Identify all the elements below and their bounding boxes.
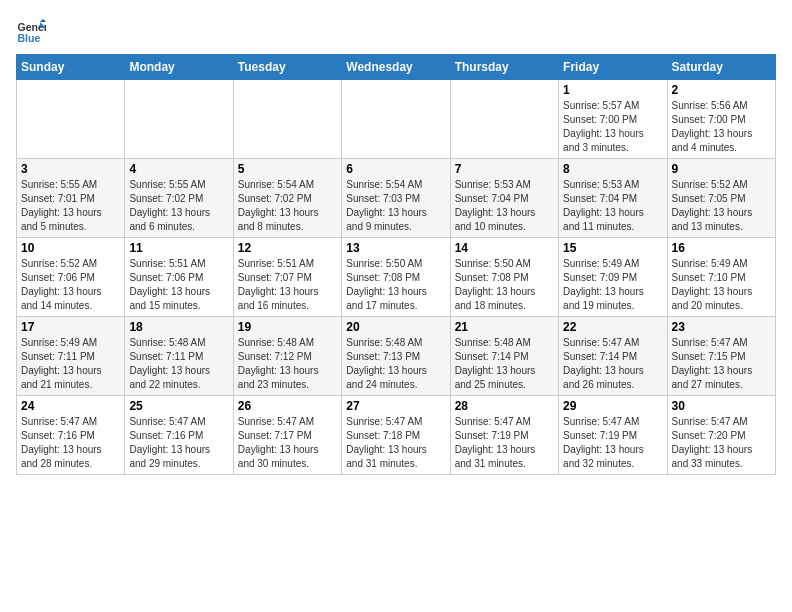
day-info: Sunrise: 5:47 AM Sunset: 7:16 PM Dayligh… xyxy=(21,415,120,471)
day-number: 28 xyxy=(455,399,554,413)
day-info: Sunrise: 5:55 AM Sunset: 7:01 PM Dayligh… xyxy=(21,178,120,234)
day-number: 24 xyxy=(21,399,120,413)
calendar-cell: 19Sunrise: 5:48 AM Sunset: 7:12 PM Dayli… xyxy=(233,317,341,396)
calendar-cell: 11Sunrise: 5:51 AM Sunset: 7:06 PM Dayli… xyxy=(125,238,233,317)
day-info: Sunrise: 5:47 AM Sunset: 7:16 PM Dayligh… xyxy=(129,415,228,471)
day-number: 15 xyxy=(563,241,662,255)
day-number: 10 xyxy=(21,241,120,255)
day-info: Sunrise: 5:50 AM Sunset: 7:08 PM Dayligh… xyxy=(346,257,445,313)
day-number: 3 xyxy=(21,162,120,176)
calendar-week-row: 1Sunrise: 5:57 AM Sunset: 7:00 PM Daylig… xyxy=(17,80,776,159)
day-info: Sunrise: 5:48 AM Sunset: 7:12 PM Dayligh… xyxy=(238,336,337,392)
day-info: Sunrise: 5:57 AM Sunset: 7:00 PM Dayligh… xyxy=(563,99,662,155)
calendar-cell: 26Sunrise: 5:47 AM Sunset: 7:17 PM Dayli… xyxy=(233,396,341,475)
calendar-cell xyxy=(342,80,450,159)
day-info: Sunrise: 5:47 AM Sunset: 7:19 PM Dayligh… xyxy=(455,415,554,471)
calendar-cell: 29Sunrise: 5:47 AM Sunset: 7:19 PM Dayli… xyxy=(559,396,667,475)
calendar-cell: 17Sunrise: 5:49 AM Sunset: 7:11 PM Dayli… xyxy=(17,317,125,396)
day-info: Sunrise: 5:48 AM Sunset: 7:13 PM Dayligh… xyxy=(346,336,445,392)
calendar-cell: 3Sunrise: 5:55 AM Sunset: 7:01 PM Daylig… xyxy=(17,159,125,238)
calendar-cell: 1Sunrise: 5:57 AM Sunset: 7:00 PM Daylig… xyxy=(559,80,667,159)
calendar-cell: 30Sunrise: 5:47 AM Sunset: 7:20 PM Dayli… xyxy=(667,396,775,475)
day-info: Sunrise: 5:54 AM Sunset: 7:02 PM Dayligh… xyxy=(238,178,337,234)
day-info: Sunrise: 5:47 AM Sunset: 7:15 PM Dayligh… xyxy=(672,336,771,392)
day-number: 27 xyxy=(346,399,445,413)
day-number: 14 xyxy=(455,241,554,255)
calendar-week-row: 10Sunrise: 5:52 AM Sunset: 7:06 PM Dayli… xyxy=(17,238,776,317)
svg-text:Blue: Blue xyxy=(18,32,41,44)
calendar-cell: 14Sunrise: 5:50 AM Sunset: 7:08 PM Dayli… xyxy=(450,238,558,317)
day-number: 23 xyxy=(672,320,771,334)
weekday-header: Tuesday xyxy=(233,55,341,80)
day-number: 8 xyxy=(563,162,662,176)
calendar-cell: 28Sunrise: 5:47 AM Sunset: 7:19 PM Dayli… xyxy=(450,396,558,475)
day-number: 13 xyxy=(346,241,445,255)
day-info: Sunrise: 5:52 AM Sunset: 7:05 PM Dayligh… xyxy=(672,178,771,234)
weekday-header: Wednesday xyxy=(342,55,450,80)
day-number: 18 xyxy=(129,320,228,334)
page-header: General Blue xyxy=(16,16,776,46)
day-number: 30 xyxy=(672,399,771,413)
calendar-cell: 20Sunrise: 5:48 AM Sunset: 7:13 PM Dayli… xyxy=(342,317,450,396)
day-number: 9 xyxy=(672,162,771,176)
calendar-cell xyxy=(125,80,233,159)
calendar-cell: 4Sunrise: 5:55 AM Sunset: 7:02 PM Daylig… xyxy=(125,159,233,238)
day-number: 22 xyxy=(563,320,662,334)
day-number: 5 xyxy=(238,162,337,176)
calendar-table: SundayMondayTuesdayWednesdayThursdayFrid… xyxy=(16,54,776,475)
day-info: Sunrise: 5:48 AM Sunset: 7:14 PM Dayligh… xyxy=(455,336,554,392)
calendar-cell: 18Sunrise: 5:48 AM Sunset: 7:11 PM Dayli… xyxy=(125,317,233,396)
day-number: 12 xyxy=(238,241,337,255)
calendar-cell: 21Sunrise: 5:48 AM Sunset: 7:14 PM Dayli… xyxy=(450,317,558,396)
day-info: Sunrise: 5:53 AM Sunset: 7:04 PM Dayligh… xyxy=(563,178,662,234)
calendar-cell: 27Sunrise: 5:47 AM Sunset: 7:18 PM Dayli… xyxy=(342,396,450,475)
day-info: Sunrise: 5:49 AM Sunset: 7:09 PM Dayligh… xyxy=(563,257,662,313)
weekday-header: Thursday xyxy=(450,55,558,80)
calendar-cell: 23Sunrise: 5:47 AM Sunset: 7:15 PM Dayli… xyxy=(667,317,775,396)
calendar-cell: 15Sunrise: 5:49 AM Sunset: 7:09 PM Dayli… xyxy=(559,238,667,317)
day-number: 29 xyxy=(563,399,662,413)
logo-icon: General Blue xyxy=(16,16,46,46)
day-info: Sunrise: 5:53 AM Sunset: 7:04 PM Dayligh… xyxy=(455,178,554,234)
calendar-cell xyxy=(17,80,125,159)
calendar-cell: 7Sunrise: 5:53 AM Sunset: 7:04 PM Daylig… xyxy=(450,159,558,238)
weekday-header: Monday xyxy=(125,55,233,80)
day-number: 16 xyxy=(672,241,771,255)
day-number: 7 xyxy=(455,162,554,176)
logo: General Blue xyxy=(16,16,50,46)
day-info: Sunrise: 5:49 AM Sunset: 7:10 PM Dayligh… xyxy=(672,257,771,313)
calendar-cell: 10Sunrise: 5:52 AM Sunset: 7:06 PM Dayli… xyxy=(17,238,125,317)
day-number: 17 xyxy=(21,320,120,334)
calendar-cell: 24Sunrise: 5:47 AM Sunset: 7:16 PM Dayli… xyxy=(17,396,125,475)
day-number: 25 xyxy=(129,399,228,413)
day-info: Sunrise: 5:47 AM Sunset: 7:17 PM Dayligh… xyxy=(238,415,337,471)
calendar-cell: 16Sunrise: 5:49 AM Sunset: 7:10 PM Dayli… xyxy=(667,238,775,317)
day-number: 26 xyxy=(238,399,337,413)
day-info: Sunrise: 5:47 AM Sunset: 7:19 PM Dayligh… xyxy=(563,415,662,471)
weekday-header: Sunday xyxy=(17,55,125,80)
day-info: Sunrise: 5:47 AM Sunset: 7:18 PM Dayligh… xyxy=(346,415,445,471)
day-info: Sunrise: 5:52 AM Sunset: 7:06 PM Dayligh… xyxy=(21,257,120,313)
calendar-week-row: 24Sunrise: 5:47 AM Sunset: 7:16 PM Dayli… xyxy=(17,396,776,475)
weekday-header: Friday xyxy=(559,55,667,80)
day-info: Sunrise: 5:50 AM Sunset: 7:08 PM Dayligh… xyxy=(455,257,554,313)
day-info: Sunrise: 5:54 AM Sunset: 7:03 PM Dayligh… xyxy=(346,178,445,234)
calendar-week-row: 3Sunrise: 5:55 AM Sunset: 7:01 PM Daylig… xyxy=(17,159,776,238)
weekday-header: Saturday xyxy=(667,55,775,80)
calendar-header-row: SundayMondayTuesdayWednesdayThursdayFrid… xyxy=(17,55,776,80)
calendar-cell: 12Sunrise: 5:51 AM Sunset: 7:07 PM Dayli… xyxy=(233,238,341,317)
day-info: Sunrise: 5:51 AM Sunset: 7:06 PM Dayligh… xyxy=(129,257,228,313)
day-info: Sunrise: 5:48 AM Sunset: 7:11 PM Dayligh… xyxy=(129,336,228,392)
calendar-cell: 6Sunrise: 5:54 AM Sunset: 7:03 PM Daylig… xyxy=(342,159,450,238)
calendar-cell: 25Sunrise: 5:47 AM Sunset: 7:16 PM Dayli… xyxy=(125,396,233,475)
calendar-cell xyxy=(450,80,558,159)
calendar-cell xyxy=(233,80,341,159)
calendar-cell: 8Sunrise: 5:53 AM Sunset: 7:04 PM Daylig… xyxy=(559,159,667,238)
day-number: 20 xyxy=(346,320,445,334)
calendar-cell: 9Sunrise: 5:52 AM Sunset: 7:05 PM Daylig… xyxy=(667,159,775,238)
day-number: 2 xyxy=(672,83,771,97)
day-info: Sunrise: 5:55 AM Sunset: 7:02 PM Dayligh… xyxy=(129,178,228,234)
calendar-cell: 5Sunrise: 5:54 AM Sunset: 7:02 PM Daylig… xyxy=(233,159,341,238)
calendar-cell: 2Sunrise: 5:56 AM Sunset: 7:00 PM Daylig… xyxy=(667,80,775,159)
day-info: Sunrise: 5:56 AM Sunset: 7:00 PM Dayligh… xyxy=(672,99,771,155)
